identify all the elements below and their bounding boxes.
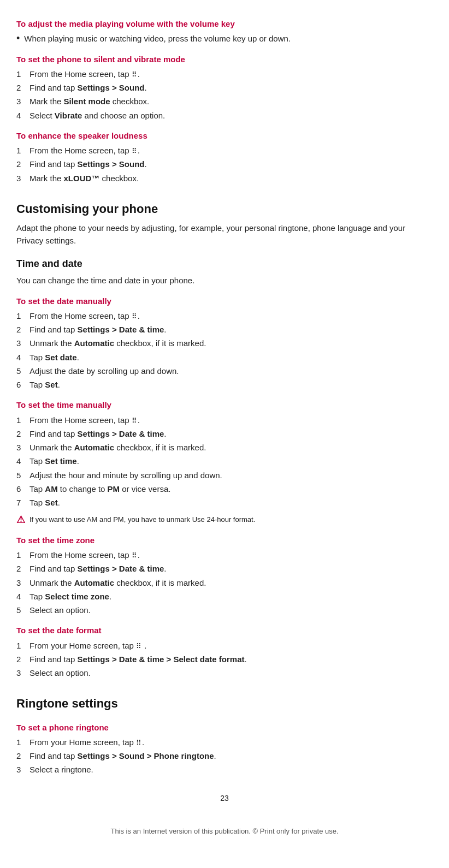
step-item: 3 Mark the Silent mode checkbox. <box>16 95 433 108</box>
step-item: 6 Tap Set. <box>16 378 433 391</box>
step-item: 4 Select Vibrate and choose an option. <box>16 109 433 122</box>
step-num: 5 <box>16 604 24 616</box>
steps-set-date-manually: 1 From the Home screen, tap ⠿. 2 Find an… <box>16 310 433 391</box>
step-item: 3 Select a ringtone. <box>16 763 433 776</box>
step-num: 1 <box>16 310 24 322</box>
step-text: Mark the xLOUD™ checkbox. <box>29 172 139 185</box>
step-num: 3 <box>16 576 24 589</box>
step-num: 7 <box>16 496 24 509</box>
step-num: 3 <box>16 441 24 454</box>
step-text: Tap Select time zone. <box>29 590 111 603</box>
step-text: Find and tap Settings > Sound. <box>29 158 147 170</box>
step-text: Select an option. <box>29 604 91 616</box>
step-num: 1 <box>16 68 24 80</box>
menu-icon: ⠿ <box>132 415 138 426</box>
step-num: 2 <box>16 653 24 665</box>
section-adjust-volume: To adjust the media playing volume with … <box>16 17 433 45</box>
step-item: 1 From the Home screen, tap ⠿. <box>16 549 433 561</box>
step-num: 3 <box>16 337 24 349</box>
menu-icon: ⠿ <box>132 69 138 80</box>
body-customising: Adapt the phone to your needs by adjusti… <box>16 222 433 247</box>
menu-icon: ⠿ <box>132 550 138 561</box>
step-item: 2 Find and tap Settings > Sound > Phone … <box>16 750 433 762</box>
step-item: 5 Adjust the date by scrolling up and do… <box>16 365 433 377</box>
step-item: 2 Find and tap Settings > Date & time. <box>16 562 433 575</box>
step-item: 2 Find and tap Settings > Sound. <box>16 158 433 170</box>
heading-set-date-manually: To set the date manually <box>16 295 433 307</box>
step-item: 3 Unmark the Automatic checkbox, if it i… <box>16 441 433 454</box>
section-set-time-manually: To set the time manually 1 From the Home… <box>16 399 433 526</box>
section-enhance-speaker: To enhance the speaker loudness 1 From t… <box>16 129 433 185</box>
step-item: 4 Tap Set date. <box>16 351 433 364</box>
step-num: 5 <box>16 469 24 481</box>
step-num: 6 <box>16 378 24 391</box>
heading-set-silent: To set the phone to silent and vibrate m… <box>16 53 433 66</box>
step-num: 1 <box>16 639 24 652</box>
step-item: 7 Tap Set. <box>16 496 433 509</box>
step-item: 2 Find and tap Settings > Date & time. <box>16 323 433 336</box>
step-num: 5 <box>16 365 24 377</box>
step-text: From the Home screen, tap ⠿. <box>29 144 140 157</box>
step-text: Find and tap Settings > Sound > Phone ri… <box>29 750 216 762</box>
step-text: Tap AM to change to PM or vice versa. <box>29 483 170 495</box>
heading-set-time-zone: To set the time zone <box>16 534 433 546</box>
step-text: From the Home screen, tap ⠿. <box>29 414 140 426</box>
step-text: Tap Set date. <box>29 351 79 364</box>
section-time-date: Time and date You can change the time an… <box>16 257 433 287</box>
step-text: Adjust the hour and minute by scrolling … <box>29 469 222 481</box>
step-item: 2 Find and tap Settings > Sound. <box>16 81 433 94</box>
section-set-date-format: To set the date format 1 From your Home … <box>16 624 433 679</box>
step-num: 3 <box>16 763 24 776</box>
heading-set-phone-ringtone: To set a phone ringtone <box>16 721 433 734</box>
step-text: From your Home screen, tap ⠿. <box>29 736 144 748</box>
menu-icon: ⠿ <box>132 311 138 322</box>
section-set-silent: To set the phone to silent and vibrate m… <box>16 53 433 122</box>
step-text: Find and tap Settings > Date & time > Se… <box>29 653 247 665</box>
section-customising: Customising your phone Adapt the phone t… <box>16 200 433 247</box>
steps-set-date-format: 1 From your Home screen, tap ⠿ . 2 Find … <box>16 639 433 680</box>
steps-set-phone-ringtone: 1 From your Home screen, tap ⠿. 2 Find a… <box>16 736 433 776</box>
steps-set-time-manually: 1 From the Home screen, tap ⠿. 2 Find an… <box>16 414 433 509</box>
step-text: From your Home screen, tap ⠿ . <box>29 639 146 652</box>
body-time-date: You can change the time and date in your… <box>16 274 433 287</box>
menu-icon: ⠿ <box>132 146 138 157</box>
step-num: 2 <box>16 81 24 94</box>
step-num: 2 <box>16 323 24 336</box>
heading-customising: Customising your phone <box>16 200 433 218</box>
step-num: 2 <box>16 427 24 440</box>
step-text: Mark the Silent mode checkbox. <box>29 95 149 108</box>
step-num: 3 <box>16 172 24 185</box>
heading-set-date-format: To set the date format <box>16 624 433 637</box>
heading-time-date: Time and date <box>16 257 433 272</box>
step-num: 3 <box>16 667 24 679</box>
step-text: Select Vibrate and choose an option. <box>29 109 165 122</box>
section-set-phone-ringtone: To set a phone ringtone 1 From your Home… <box>16 721 433 776</box>
step-text: Unmark the Automatic checkbox, if it is … <box>29 441 206 454</box>
heading-enhance-speaker: To enhance the speaker loudness <box>16 129 433 142</box>
step-text: Find and tap Settings > Date & time. <box>29 562 167 575</box>
step-item: 6 Tap AM to change to PM or vice versa. <box>16 483 433 495</box>
bullet-list-adjust-volume: • When playing music or watching video, … <box>16 32 433 45</box>
heading-adjust-volume: To adjust the media playing volume with … <box>16 17 433 30</box>
step-item: 3 Mark the xLOUD™ checkbox. <box>16 172 433 185</box>
warning-box: ⚠ If you want to use AM and PM, you have… <box>16 514 433 526</box>
step-text: From the Home screen, tap ⠿. <box>29 310 140 322</box>
step-text: Tap Set. <box>29 378 60 391</box>
step-text: From the Home screen, tap ⠿. <box>29 68 140 80</box>
step-num: 6 <box>16 483 24 495</box>
page-content: To adjust the media playing volume with … <box>16 17 433 837</box>
step-text: Find and tap Settings > Sound. <box>29 81 147 94</box>
step-item: 1 From the Home screen, tap ⠿. <box>16 68 433 80</box>
step-item: 2 Find and tap Settings > Date & time. <box>16 427 433 440</box>
step-num: 4 <box>16 590 24 603</box>
step-num: 2 <box>16 750 24 762</box>
step-text: Unmark the Automatic checkbox, if it is … <box>29 576 206 589</box>
step-text: From the Home screen, tap ⠿. <box>29 549 140 561</box>
step-text: Find and tap Settings > Date & time. <box>29 323 167 336</box>
page-number: 23 <box>16 793 433 805</box>
step-item: 2 Find and tap Settings > Date & time > … <box>16 653 433 665</box>
heading-set-time-manually: To set the time manually <box>16 399 433 411</box>
step-item: 1 From your Home screen, tap ⠿. <box>16 736 433 748</box>
step-num: 3 <box>16 95 24 108</box>
steps-set-silent: 1 From the Home screen, tap ⠿. 2 Find an… <box>16 68 433 122</box>
